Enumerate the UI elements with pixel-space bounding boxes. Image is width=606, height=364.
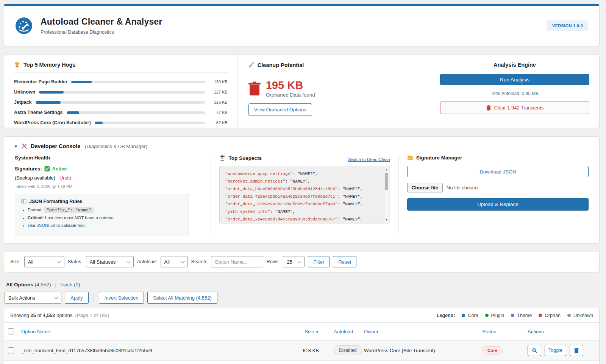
all-options-label[interactable]: All Options (6, 282, 33, 287)
upload-replace-button[interactable]: Upload & Replace (407, 198, 589, 211)
bulk-actions-value: Bulk Actions (8, 295, 35, 301)
console-header[interactable]: ▼ Developer Console (Diagnostics & DB Ma… (14, 143, 589, 149)
option-name[interactable]: _site_transient_feed_d117b5738fbd35bd8c0… (21, 348, 152, 354)
json-rules-list: Format: "prefix_": "Name" Critical: Last… (28, 208, 183, 228)
column-header-autoload[interactable]: Autoload (324, 329, 364, 334)
column-header-size[interactable]: Size ▼ (283, 329, 324, 334)
legend-item-label: Plugin (491, 313, 504, 318)
reset-button[interactable]: Reset (333, 256, 356, 267)
json-rules-box: JSON Formatting Rules Format: "prefix_":… (15, 194, 189, 236)
stats-card: Top 5 Memory Hogs Elementor Page Builder… (4, 54, 600, 128)
apply-button[interactable]: Apply (65, 292, 89, 304)
select-all-checkbox[interactable] (8, 328, 14, 334)
options-table-card: Showing 25 of 4,552 options. (Page 1 of … (4, 308, 600, 364)
size-filter-select[interactable]: All (24, 256, 64, 267)
row-checkbox[interactable] (8, 347, 14, 353)
all-options-count: (4,552) (35, 282, 51, 287)
rule-use-post: to validate first. (56, 223, 86, 228)
autoload-filter-select[interactable]: All (161, 256, 188, 267)
column-header-option-name[interactable]: Option Name (21, 329, 283, 334)
hog-bar-fill (71, 81, 92, 83)
filter-button[interactable]: Filter (308, 256, 330, 267)
hog-label: Elementor Page Builder (14, 79, 67, 84)
book-icon (21, 199, 27, 204)
legend-item-label: Theme (517, 313, 532, 318)
list-views-row: All Options (4,552) | Trash (0) (6, 282, 599, 287)
scrollbar-up-arrow[interactable]: ▲ (385, 167, 388, 172)
trash-view-link[interactable]: Trash (0) (59, 282, 80, 287)
autoload-badge: Disabled (334, 345, 362, 355)
suspect-line: "order_data_37dc9c9935e1d68fd857fac8d08f… (225, 200, 380, 208)
views-separator: | (55, 282, 56, 287)
bulk-actions-select[interactable]: Bulk Actions (5, 292, 61, 304)
toggle-autoload-button[interactable]: Toggle (545, 345, 566, 356)
version-badge: VERSION 1.0.0 (547, 20, 588, 31)
signatures-label: Signatures: (15, 166, 42, 172)
rows-select[interactable]: 25 (283, 256, 305, 267)
view-orphaned-button[interactable]: View Orphaned Options (248, 103, 312, 116)
search-icon (532, 348, 537, 353)
search-input[interactable] (211, 256, 263, 267)
download-json-button[interactable]: Download JSON (407, 166, 589, 177)
select-all-matching-button[interactable]: Select All Matching (4,552) (147, 292, 217, 304)
signature-manager-title: Signature Manager (416, 155, 462, 161)
choose-file-button[interactable]: Choose file (407, 183, 443, 192)
bulk-actions-row: Bulk Actions Apply Invert Selection Sele… (5, 292, 600, 304)
chevron-down-icon (181, 259, 184, 263)
switch-deep-clean-link[interactable]: Switch to Deep Clean (348, 157, 390, 162)
status-filter-label: Status: (68, 259, 83, 264)
trophy-icon (14, 62, 20, 68)
delete-option-button[interactable] (570, 345, 583, 356)
rule-critical-label: Critical: (28, 216, 44, 220)
trash-icon (574, 348, 579, 353)
hog-label: Jetpack (14, 100, 32, 105)
suspects-title-row: Top Suspects (219, 155, 262, 161)
hog-bar-track (39, 91, 205, 94)
engine-title: Analysis Engine (440, 62, 589, 69)
filter-bar: Size: All Status: All Statuses Autoload:… (4, 251, 600, 272)
json-rules-title-row: JSON Formatting Rules (21, 199, 183, 204)
legend-item-label: Unknown (573, 313, 593, 318)
rule-format-label: Format: (28, 208, 43, 212)
memory-hogs-panel: Top 5 Memory Hogs Elementor Page Builder… (4, 55, 237, 128)
cleanup-panel: Cleanup Potential 195 KB Orphaned Data f… (237, 55, 430, 128)
size-filter-label: Size: (10, 259, 21, 264)
invert-selection-button[interactable]: Invert Selection (99, 292, 144, 304)
tools-icon (21, 143, 27, 149)
view-option-button[interactable] (528, 345, 541, 356)
hog-bar-track (95, 122, 205, 124)
no-file-text: No file chosen (447, 185, 478, 191)
hog-value: 127 KB (209, 90, 228, 94)
page-subtitle: Professional Database Diagnostics (41, 30, 162, 35)
scrollbar-thumb[interactable] (385, 173, 388, 190)
total-autoload-text: Total Autoload: 0.85 MB (440, 91, 589, 96)
collapse-icon[interactable]: ▼ (14, 144, 18, 148)
run-analysis-button[interactable]: Run Analysis (440, 74, 589, 85)
legend-item: Plugin (485, 313, 504, 318)
top-suspects-panel: Top Suspects Switch to Deep Clean "wooco… (211, 155, 398, 233)
showing-total: 4,552 (43, 312, 55, 318)
status-badge: Core (482, 346, 503, 355)
status-filter-value: All Statuses (90, 259, 116, 265)
suspects-title: Top Suspects (228, 155, 262, 161)
jsonlint-link[interactable]: JSONLint (37, 223, 55, 228)
hog-label: Unknown (14, 89, 35, 95)
option-owner: WordPress Core (Site Transient) (364, 348, 478, 353)
clear-transients-button[interactable]: Clear 1,942 Transients (440, 102, 589, 114)
console-columns: System Health Signatures: Active (Backup… (14, 155, 589, 233)
detective-icon (219, 155, 225, 161)
column-header-owner[interactable]: Owner (364, 329, 478, 334)
trash-icon-red (248, 81, 261, 96)
column-header-status[interactable]: Status (478, 329, 523, 334)
suspects-code-box[interactable]: "woocommerce-ppcp-settings": "NAME?","be… (219, 166, 390, 223)
scrollbar[interactable]: ▲ ▼ (384, 167, 389, 222)
scrollbar-down-arrow[interactable]: ▼ (385, 217, 388, 222)
bulk-divider (94, 294, 94, 302)
app-gauge-icon (16, 17, 32, 34)
check-icon (44, 166, 50, 172)
undo-link[interactable]: Undo (59, 175, 71, 181)
legend-item-label: Orphan (545, 313, 561, 318)
status-filter-select[interactable]: All Statuses (86, 256, 134, 267)
rule-use-pre: Use (28, 223, 35, 228)
hog-label: Astra Theme Settings (14, 110, 63, 115)
